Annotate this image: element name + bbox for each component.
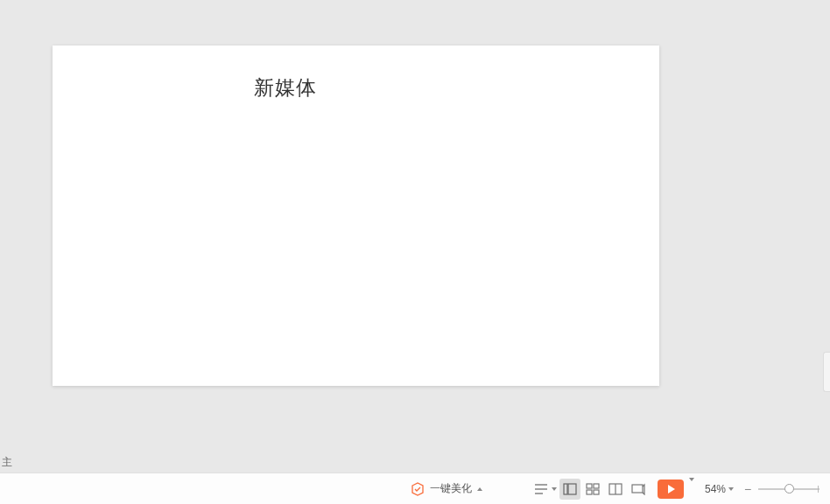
chevron-down-icon (552, 487, 557, 491)
zoom-level-button[interactable]: 54% (705, 483, 734, 495)
svg-rect-4 (568, 484, 576, 494)
chevron-up-icon (477, 487, 482, 491)
slide-canvas-area[interactable]: 新媒体 (0, 0, 830, 472)
side-panel-tab[interactable] (823, 352, 830, 392)
play-icon (668, 485, 675, 494)
notes-button[interactable] (531, 481, 559, 497)
zoom-level-text: 54% (705, 483, 726, 495)
svg-rect-6 (594, 484, 599, 488)
notes-lines-icon (534, 483, 550, 495)
beautify-icon (411, 482, 425, 496)
slideshow-view-button[interactable] (628, 479, 649, 500)
chevron-down-icon (728, 487, 734, 491)
sorter-view-button[interactable] (582, 479, 603, 500)
bottom-toolbar: 一键美化 54% − (0, 472, 830, 504)
slideshow-view-icon (631, 483, 645, 495)
svg-rect-7 (587, 490, 592, 494)
play-slideshow-button[interactable] (658, 480, 684, 499)
slider-thumb[interactable] (784, 484, 794, 494)
svg-rect-11 (632, 485, 643, 493)
chevron-down-icon (689, 478, 694, 496)
slide-text-box[interactable]: 新媒体 (254, 74, 317, 102)
slider-tick (818, 486, 819, 493)
svg-rect-5 (587, 484, 592, 488)
zoom-out-button[interactable]: − (741, 482, 755, 496)
reading-view-button[interactable] (605, 479, 626, 500)
svg-rect-3 (564, 484, 567, 494)
beautify-label: 一键美化 (430, 481, 472, 496)
view-mode-group (559, 479, 649, 500)
status-bar-text: 主 (0, 455, 12, 470)
reading-view-icon (608, 483, 622, 495)
normal-view-button[interactable] (559, 479, 580, 500)
slide[interactable]: 新媒体 (53, 46, 659, 386)
normal-view-icon (563, 483, 577, 495)
sorter-view-icon (586, 483, 600, 495)
play-dropdown-button[interactable] (686, 481, 698, 497)
svg-rect-8 (594, 490, 599, 494)
zoom-slider[interactable] (758, 482, 819, 496)
beautify-button[interactable]: 一键美化 (405, 479, 488, 499)
